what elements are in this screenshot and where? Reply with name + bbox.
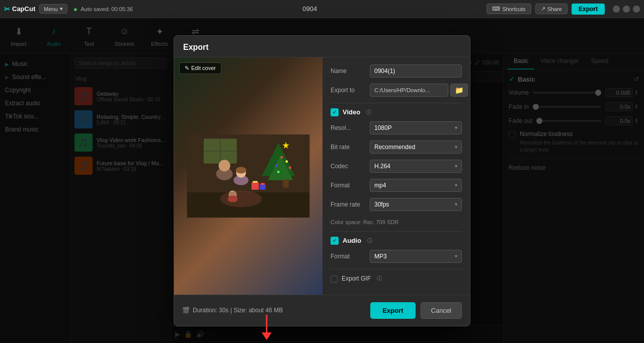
minimize-button[interactable] [613,6,620,13]
menu-button[interactable]: Menu ▾ [39,4,67,14]
footer-buttons: Export Cancel [370,302,462,319]
app-logo: ✂ CapCut [4,5,35,13]
modal-overlay: Export [0,18,644,343]
audio-info-icon: ⓘ [367,237,372,244]
audio-section-header: ✓ Audio ⓘ [331,237,462,245]
svg-point-26 [280,156,283,158]
window-controls [613,6,640,13]
modal-preview: ✎ Edit cover [174,57,323,295]
codec-row: Codec H.264 ▾ [331,160,462,173]
modal-footer: 🎬 Duration: 30s | Size: about 46 MB Expo… [174,295,470,326]
svg-rect-46 [261,183,265,184]
name-input[interactable] [370,64,462,78]
modal-title: Export [183,43,209,51]
format-select[interactable]: mp4 ▾ [370,179,462,192]
auto-saved-status: ● Auto saved: 00:05:36 [73,5,133,13]
svg-rect-43 [252,182,259,189]
edit-icon: ✎ [185,65,189,72]
export-path-row: 📁 [370,84,468,97]
video-section-header: ✓ Video ⓘ [331,108,462,116]
menu-arrow-icon: ▾ [60,6,63,12]
codec-chevron-icon: ▾ [455,163,457,169]
framerate-chevron-icon: ▾ [455,201,457,207]
app-name: CapCut [12,5,35,13]
svg-point-42 [220,190,262,207]
audio-format-row: Format MP3 ▾ [331,250,462,263]
resolution-select[interactable]: 1080P ▾ [370,121,462,134]
gif-info-icon: ⓘ [377,275,382,282]
close-button[interactable] [633,6,640,13]
audio-format-select[interactable]: MP3 ▾ [370,250,462,263]
video-checkbox[interactable]: ✓ [331,108,339,116]
svg-point-28 [275,164,278,167]
format-row: Format mp4 ▾ [331,179,462,192]
audio-checkbox[interactable]: ✓ [331,237,339,245]
preview-scene-svg [174,134,323,218]
modal-form: Name Export to 📁 ✓ Video ⓘ [323,57,470,295]
resolution-row: Resol... 1080P ▾ [331,121,462,134]
saved-dot-icon: ● [73,5,77,13]
film-icon: 🎬 [182,307,190,314]
export-button[interactable]: Export [370,302,415,319]
audio-format-chevron-icon: ▾ [455,253,457,259]
export-to-row: Export to 📁 [331,84,462,97]
svg-rect-25 [283,179,289,188]
arrow-pointer [257,315,277,342]
svg-point-29 [289,166,291,169]
export-modal: Export [174,35,470,326]
modal-body: ✎ Edit cover Name Export to 📁 [174,57,470,295]
cancel-button[interactable]: Cancel [421,302,462,319]
svg-point-39 [235,167,246,173]
svg-point-27 [285,160,288,163]
bitrate-chevron-icon: ▾ [455,144,457,150]
arrow-svg [257,315,277,340]
svg-marker-48 [262,332,272,340]
svg-rect-45 [260,184,266,190]
chevron-down-icon: ▾ [455,125,457,130]
maximize-button[interactable] [623,6,630,13]
framerate-select[interactable]: 30fps ▾ [370,198,462,211]
project-title: 0904 [133,5,487,13]
share-icon: ↗ [541,6,545,12]
share-button[interactable]: ↗ Share [535,4,568,14]
scissors-icon: ✂ [4,5,10,13]
codec-select[interactable]: H.264 ▾ [370,160,462,173]
format-chevron-icon: ▾ [455,182,457,188]
export-top-button[interactable]: Export [572,4,605,15]
svg-point-36 [219,160,230,171]
export-gif-row: Export GIF ⓘ [331,275,462,283]
keyboard-icon: ⌨ [492,6,500,12]
preview-image: ✎ Edit cover [174,57,323,295]
export-path-input[interactable] [370,84,448,97]
export-gif-checkbox[interactable] [331,276,338,283]
color-space-row: Color space: Rec. 709 SDR [331,217,462,226]
svg-point-30 [277,170,280,173]
name-row: Name [331,64,462,78]
top-bar: ✂ CapCut Menu ▾ ● Auto saved: 00:05:36 0… [0,0,644,18]
footer-info: 🎬 Duration: 30s | Size: about 46 MB [182,307,283,314]
modal-header: Export [174,36,470,57]
video-info-icon: ⓘ [366,109,371,116]
top-right-actions: ⌨ Shortcuts ↗ Share Export [487,4,640,15]
framerate-row: Frame rate 30fps ▾ [331,198,462,211]
bitrate-row: Bit rate Recommended ▾ [331,141,462,154]
svg-rect-44 [253,181,258,182]
browse-folder-button[interactable]: 📁 [450,84,468,97]
bitrate-select[interactable]: Recommended ▾ [370,141,462,154]
shortcuts-button[interactable]: ⌨ Shortcuts [487,4,531,14]
edit-cover-button[interactable]: ✎ Edit cover [179,62,221,74]
